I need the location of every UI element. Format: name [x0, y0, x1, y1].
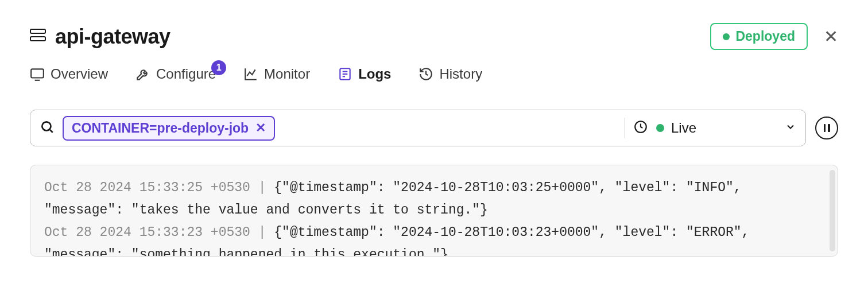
monitor-screen-icon — [30, 67, 45, 82]
filter-chip[interactable]: CONTAINER=pre-deploy-job ✕ — [63, 116, 275, 141]
live-dot-icon — [656, 124, 664, 132]
tab-monitor[interactable]: Monitor — [243, 66, 310, 82]
history-icon — [418, 67, 433, 82]
log-line: Oct 28 2024 15:33:23 +0530 | {"@timestam… — [44, 222, 824, 257]
tab-overview[interactable]: Overview — [30, 66, 108, 82]
tab-label: Logs — [358, 66, 391, 82]
tab-label: Overview — [51, 66, 108, 82]
tab-label: Configure — [156, 66, 216, 82]
tab-history[interactable]: History — [418, 66, 482, 82]
page-header: api-gateway Deployed ✕ — [30, 23, 838, 50]
configure-badge: 1 — [211, 60, 226, 75]
scrollbar[interactable] — [830, 170, 835, 251]
log-timestamp: Oct 28 2024 15:33:25 +0530 — [44, 180, 250, 195]
search-row: CONTAINER=pre-deploy-job ✕ Live — [30, 110, 838, 146]
pause-button[interactable] — [815, 117, 838, 139]
log-separator: | — [250, 180, 274, 195]
log-separator: | — [250, 225, 274, 240]
status-badge: Deployed — [710, 23, 808, 50]
status-label: Deployed — [735, 29, 795, 44]
remove-filter-icon[interactable]: ✕ — [255, 121, 266, 135]
header-left: api-gateway — [30, 25, 170, 49]
tab-configure[interactable]: Configure 1 — [135, 66, 216, 82]
chevron-down-icon[interactable] — [785, 121, 796, 135]
status-dot-icon — [723, 33, 730, 40]
clock-icon — [633, 119, 648, 137]
wrench-icon — [135, 67, 150, 82]
search-container[interactable]: CONTAINER=pre-deploy-job ✕ Live — [30, 110, 806, 146]
chart-line-icon — [243, 67, 258, 82]
tab-logs[interactable]: Logs — [338, 66, 391, 82]
divider — [625, 118, 625, 138]
time-range-selector[interactable]: Live — [656, 120, 777, 136]
tabs: Overview Configure 1 Monitor Logs Histor… — [30, 66, 838, 82]
close-button[interactable]: ✕ — [824, 28, 838, 45]
logs-icon — [338, 67, 352, 82]
logs-panel[interactable]: Oct 28 2024 15:33:25 +0530 | {"@timestam… — [30, 165, 838, 257]
log-line: Oct 28 2024 15:33:25 +0530 | {"@timestam… — [44, 177, 824, 222]
search-icon — [40, 119, 55, 137]
page-title: api-gateway — [55, 25, 170, 49]
tab-label: Monitor — [264, 66, 310, 82]
server-icon — [30, 29, 46, 45]
svg-rect-0 — [31, 69, 44, 77]
live-label: Live — [671, 120, 696, 136]
svg-point-6 — [42, 122, 51, 130]
tab-label: History — [439, 66, 482, 82]
log-timestamp: Oct 28 2024 15:33:23 +0530 — [44, 225, 250, 240]
header-right: Deployed ✕ — [710, 23, 838, 50]
svg-line-7 — [49, 129, 52, 132]
filter-chip-label: CONTAINER=pre-deploy-job — [72, 121, 249, 136]
